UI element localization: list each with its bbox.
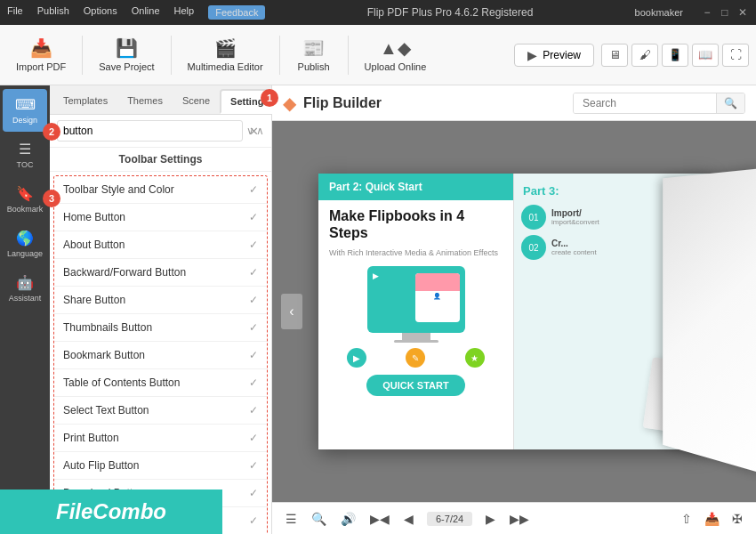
share-bottom-button[interactable]: ⇧	[677, 509, 696, 529]
preview-button[interactable]: ▶ Preview	[514, 44, 594, 67]
tab-templates[interactable]: Templates	[53, 89, 117, 114]
book-spread: Part 2: Quick Start Make Flipbooks in 4 …	[318, 174, 710, 449]
item-label: Bookmark Button	[63, 349, 145, 361]
menu-file[interactable]: File	[7, 5, 23, 20]
multimedia-editor-button[interactable]: 🎬 Multimedia Editor	[179, 34, 272, 76]
bottom-toolbar: ☰ 🔍 🔊 ▶◀ ◀ 6-7/24 ▶ ▶▶ ⇧ 📥 ✠	[272, 502, 756, 534]
toc-label: TOC	[17, 160, 34, 169]
feature-icons: ▶ ✎ ★	[318, 346, 513, 369]
settings-item-autoflip-button[interactable]: Auto Flip Button ✓	[54, 452, 267, 480]
item-label: Table of Contents Button	[63, 376, 180, 389]
check-icon: ✓	[249, 321, 258, 334]
page-subtitle: With Rich Interactive Media & Animation …	[318, 248, 513, 263]
settings-item-backward-forward-button[interactable]: Backward/Forward Button ✓	[54, 259, 267, 287]
toolbar-separator-4	[348, 36, 349, 75]
view-book-button[interactable]: 📖	[692, 44, 719, 67]
view-buttons: 🖥 🖌 📱 📖 ⛶	[601, 44, 749, 67]
design-label: Design	[12, 116, 37, 125]
settings-item-bookmark-button[interactable]: Bookmark Button ✓	[54, 342, 267, 369]
filecombo-text: FileCombo	[56, 499, 166, 524]
prev-page-bottom-button[interactable]: ◀	[399, 509, 418, 529]
tab-scene[interactable]: Scene	[173, 89, 220, 114]
toolbar-separator-1	[82, 36, 83, 75]
title-bar-right: bookmaker − □ ✕	[635, 6, 749, 19]
clear-search-button[interactable]: ✕	[249, 125, 259, 138]
item-label: Print Button	[63, 432, 119, 444]
menu-publish[interactable]: Publish	[37, 5, 69, 20]
flip-search-input[interactable]	[574, 93, 716, 113]
settings-item-toolbar-style[interactable]: Toolbar Style and Color ✓	[54, 176, 267, 204]
import-pdf-button[interactable]: 📥 Import PDF	[7, 34, 75, 76]
check-icon: ✓	[249, 432, 258, 444]
user-name: bookmaker	[635, 7, 683, 18]
filecombo-watermark: FileCombo	[0, 490, 222, 534]
menu-options[interactable]: Options	[84, 5, 117, 20]
close-button[interactable]: ✕	[736, 6, 749, 19]
item-label: Auto Flip Button	[63, 459, 139, 472]
window-controls: − □ ✕	[701, 6, 749, 19]
item-label: Thumbnails Button	[63, 321, 152, 334]
last-page-button[interactable]: ▶▶	[505, 509, 534, 529]
settings-item-home-button[interactable]: Home Button ✓	[54, 204, 267, 231]
save-icon: 💾	[116, 37, 138, 59]
sidebar-item-toc[interactable]: ☰ TOC	[3, 134, 47, 176]
quick-start-button[interactable]: QUICK START	[366, 375, 464, 396]
settings-item-print-button[interactable]: Print Button ✓	[54, 425, 267, 452]
sidebar-item-bookmark[interactable]: 🔖 Bookmark	[3, 178, 47, 221]
assistant-label: Assistant	[9, 294, 42, 303]
settings-item-toc-button[interactable]: Table of Contents Button ✓	[54, 369, 267, 397]
publish-icon: 📰	[302, 37, 325, 59]
sidebar-item-design[interactable]: ⌨ Design	[3, 89, 47, 132]
bookmark-label: Bookmark	[7, 205, 44, 214]
menu-feedback[interactable]: Feedback	[208, 5, 265, 20]
zoom-button[interactable]: 🔍	[307, 509, 331, 529]
item-label: Backward/Forward Button	[63, 266, 186, 279]
view-tablet-button[interactable]: 🖌	[631, 44, 658, 67]
maximize-button[interactable]: □	[719, 6, 731, 19]
search-button[interactable]: 🔍	[716, 93, 744, 113]
toc-bottom-button[interactable]: ☰	[281, 509, 302, 529]
flip-search-box: 🔍	[573, 93, 745, 114]
toolbar-separator-3	[279, 36, 280, 75]
sidebar-item-assistant[interactable]: 🤖 Assistant	[3, 267, 47, 310]
settings-item-select-text-button[interactable]: Select Text Button ✓	[54, 397, 267, 425]
fullscreen-bottom-button[interactable]: ✠	[728, 509, 747, 529]
multimedia-icon: 🎬	[214, 37, 237, 59]
audio-button[interactable]: 🔊	[336, 509, 360, 529]
assistant-icon: 🤖	[16, 274, 34, 291]
next-page-bottom-button[interactable]: ▶	[481, 509, 500, 529]
view-mobile-button[interactable]: 📱	[662, 44, 688, 67]
download-bottom-button[interactable]: 📥	[700, 509, 724, 529]
content-area: ◆ Flip Builder 🔍 ‹ Part 2: Quick Start M…	[272, 85, 756, 534]
settings-item-share-button[interactable]: Share Button ✓	[54, 287, 267, 314]
sidebar-item-language[interactable]: 🌎 Language	[3, 222, 47, 265]
publish-button[interactable]: 📰 Publish	[287, 34, 341, 76]
search-input[interactable]	[57, 120, 243, 142]
title-bar: File Publish Options Online Help Feedbac…	[0, 0, 756, 25]
page-header: Part 2: Quick Start	[318, 174, 513, 200]
settings-item-thumbnails-button[interactable]: Thumbnails Button ✓	[54, 314, 267, 342]
upload-online-button[interactable]: ▲◆ Upload Online	[356, 34, 436, 76]
settings-item-about-button[interactable]: About Button ✓	[54, 231, 267, 259]
view-desktop-button[interactable]: 🖥	[601, 44, 628, 67]
minimize-button[interactable]: −	[701, 6, 713, 19]
flip-builder-header: ◆ Flip Builder 🔍	[272, 85, 756, 121]
prev-page-button[interactable]: ‹	[281, 294, 302, 329]
toc-icon: ☰	[19, 141, 31, 158]
tab-themes[interactable]: Themes	[117, 89, 173, 114]
import-label: Import PDF	[16, 61, 66, 72]
page-curl	[663, 168, 756, 473]
menu-online[interactable]: Online	[132, 5, 160, 20]
check-icon: ✓	[249, 239, 258, 251]
first-page-button[interactable]: ▶◀	[366, 509, 394, 529]
step-badge-1: 1	[261, 89, 278, 107]
check-icon: ✓	[249, 376, 258, 389]
menu-help[interactable]: Help	[174, 5, 195, 20]
save-project-button[interactable]: 💾 Save Project	[90, 34, 163, 76]
check-icon: ✓	[249, 514, 258, 527]
toolbar-separator-2	[171, 36, 172, 75]
settings-list: Toolbar Style and Color ✓ Home Button ✓ …	[53, 175, 268, 534]
left-page: Part 2: Quick Start Make Flipbooks in 4 …	[318, 174, 514, 449]
view-fullscreen-button[interactable]: ⛶	[722, 44, 749, 67]
design-icon: ⌨	[15, 96, 36, 113]
